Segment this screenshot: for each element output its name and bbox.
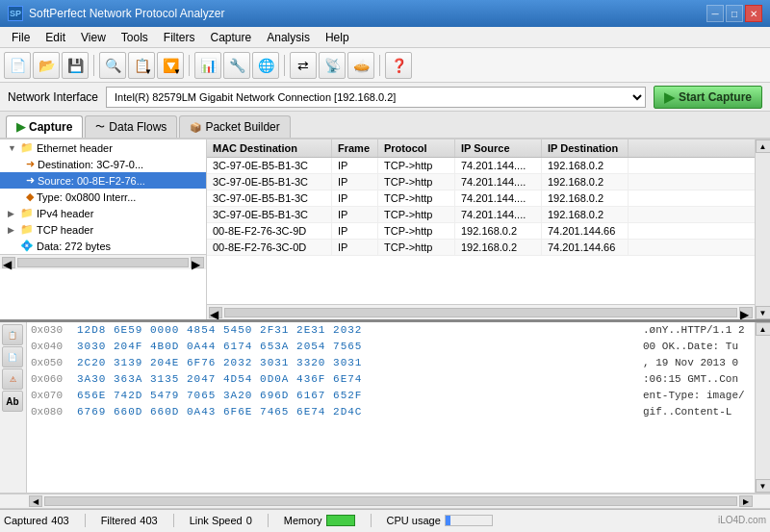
start-capture-button[interactable]: ▶ Start Capture: [654, 86, 762, 109]
search-button[interactable]: 🔍: [99, 52, 126, 79]
cell-mac: 00-8E-F2-76-3C-0D: [207, 240, 332, 255]
tree-source[interactable]: ➜ Source: 00-8E-F2-76...: [0, 172, 206, 189]
hex-ascii: 00 OK..Date: Tu: [635, 341, 751, 352]
capture-tab-icon: ▶: [16, 120, 25, 134]
pie-button[interactable]: 🥧: [347, 52, 374, 79]
col-header-ipsrc: IP Source: [455, 139, 542, 157]
vscroll-track[interactable]: [756, 153, 770, 306]
tree-destination[interactable]: ➜ Destination: 3C-97-0...: [0, 156, 206, 172]
tree-ethernet-header[interactable]: ▼ 📁 Ethernet header: [0, 139, 206, 156]
hex-scroll-left[interactable]: ◀: [29, 495, 42, 507]
hex-row: 0x040 3030 204F 4B0D 0A44 6174 653A 2054…: [31, 341, 751, 357]
tab-dataflows[interactable]: 〜 Data Flows: [85, 115, 177, 138]
hex-btn-1[interactable]: 📋: [2, 324, 23, 345]
tab-packetbuilder[interactable]: 📦 Packet Builder: [179, 115, 290, 138]
minimize-button[interactable]: ─: [706, 5, 724, 22]
help-button[interactable]: ❓: [385, 52, 412, 79]
new-button[interactable]: 📄: [4, 52, 31, 79]
hex-row: 0x050 2C20 3139 204E 6F76 2032 3031 3320…: [31, 357, 751, 373]
properties-button[interactable]: 📋▼: [128, 52, 155, 79]
data-icon: 💠: [20, 240, 34, 252]
status-bar: Captured 403 Filtered 403 Link Speed 0 M…: [0, 509, 770, 530]
hex-hscroll-track[interactable]: [44, 496, 737, 506]
filtered-label: Filtered: [101, 515, 137, 526]
hex-scroll-up[interactable]: ▲: [756, 322, 771, 336]
tree-ipv4-header[interactable]: ▶ 📁 IPv4 header: [0, 205, 206, 221]
menu-bar: File Edit View Tools Filters Capture Ana…: [0, 27, 770, 48]
memory-indicator: [326, 515, 355, 526]
open-button[interactable]: 📂: [33, 52, 60, 79]
cell-protocol: TCP->http: [378, 207, 455, 222]
packet-scroll-track[interactable]: [224, 308, 737, 317]
hex-btn-3[interactable]: ⚠: [2, 368, 23, 390]
decode-button[interactable]: 📊: [194, 52, 221, 79]
scroll-left-btn[interactable]: ◀: [2, 257, 15, 268]
hex-offset: 0x070: [31, 390, 77, 401]
tab-capture[interactable]: ▶ Capture: [6, 115, 83, 138]
packet-scroll-left[interactable]: ◀: [209, 307, 222, 318]
tree-hscroll[interactable]: ◀ ▶: [0, 254, 206, 269]
hex-btn-2[interactable]: 📄: [2, 346, 23, 367]
restore-button[interactable]: □: [726, 5, 743, 22]
status-sep-2: [173, 514, 174, 527]
hex-hscroll[interactable]: ◀ ▶: [0, 494, 770, 509]
transfer-button[interactable]: ⇄: [290, 52, 317, 79]
scroll-right-btn[interactable]: ▶: [191, 257, 204, 268]
hex-scroll-right[interactable]: ▶: [739, 495, 753, 507]
tab-bar: ▶ Capture 〜 Data Flows 📦 Packet Builder: [0, 112, 770, 139]
network-button[interactable]: 🌐: [252, 52, 279, 79]
cell-ipdst: 192.168.0.2: [542, 190, 629, 206]
packet-list-hscroll[interactable]: ◀ ▶: [207, 304, 755, 319]
menu-file[interactable]: File: [4, 28, 38, 47]
tree-data[interactable]: 💠 Data: 272 bytes: [0, 238, 206, 254]
table-row[interactable]: 3C-97-0E-B5-B1-3C IP TCP->http 74.201.14…: [207, 190, 755, 207]
hex-ascii: .ønY..HTTP/1.1 2: [635, 324, 751, 336]
close-button[interactable]: ✕: [745, 5, 762, 22]
capture-button[interactable]: 📡: [319, 52, 346, 79]
menu-capture[interactable]: Capture: [203, 28, 260, 47]
tree-type[interactable]: ◆ Type: 0x0800 Interr...: [0, 189, 206, 205]
table-row[interactable]: 00-8E-F2-76-3C-0D IP TCP->http 192.168.0…: [207, 240, 755, 256]
hex-btn-4[interactable]: Ab: [2, 391, 23, 412]
cell-ipdst: 74.201.144.66: [542, 240, 629, 255]
hex-scroll-down[interactable]: ▼: [756, 479, 771, 493]
cell-ipsrc: 74.201.144....: [455, 158, 542, 173]
menu-view[interactable]: View: [73, 28, 114, 47]
hex-bytes: 2C20 3139 204E 6F76 2032 3031 3320 3031: [77, 357, 635, 368]
cell-frame: IP: [332, 223, 378, 239]
save-button[interactable]: 💾: [62, 52, 89, 79]
col-header-ipdst: IP Destination: [542, 139, 629, 157]
table-row[interactable]: 3C-97-0E-B5-B1-3C IP TCP->http 74.201.14…: [207, 158, 755, 174]
packet-scroll-right[interactable]: ▶: [739, 307, 753, 318]
menu-filters[interactable]: Filters: [156, 28, 203, 47]
status-sep-4: [371, 514, 372, 527]
filtered-status: Filtered 403: [101, 515, 158, 526]
menu-tools[interactable]: Tools: [114, 28, 156, 47]
cell-protocol: TCP->http: [378, 240, 455, 255]
tree-tcp-header[interactable]: ▶ 📁 TCP header: [0, 221, 206, 238]
cell-ipsrc: 192.168.0.2: [455, 240, 542, 255]
vscroll-down[interactable]: ▼: [756, 306, 771, 319]
hex-scroll-track[interactable]: [756, 336, 770, 479]
menu-analysis[interactable]: Analysis: [259, 28, 318, 47]
col-header-mac: MAC Destination: [207, 139, 332, 157]
vscroll-up[interactable]: ▲: [756, 139, 771, 153]
interface-select[interactable]: Intel(R) 82579LM Gigabit Network Connect…: [106, 87, 646, 108]
filter-button[interactable]: 🔽▼: [157, 52, 184, 79]
cell-ipsrc: 74.201.144....: [455, 174, 542, 190]
hex-row: 0x030 12D8 6E59 0000 4854 5450 2F31 2E31…: [31, 324, 751, 341]
menu-help[interactable]: Help: [318, 28, 357, 47]
menu-edit[interactable]: Edit: [38, 28, 73, 47]
scroll-track[interactable]: [17, 258, 189, 267]
packet-rows: 3C-97-0E-B5-B1-3C IP TCP->http 74.201.14…: [207, 158, 755, 304]
toolbar-separator-4: [379, 55, 380, 76]
tools-button[interactable]: 🔧: [223, 52, 250, 79]
table-row[interactable]: 3C-97-0E-B5-B1-3C IP TCP->http 74.201.14…: [207, 207, 755, 223]
cell-mac: 3C-97-0E-B5-B1-3C: [207, 158, 332, 173]
table-row[interactable]: 3C-97-0E-B5-B1-3C IP TCP->http 74.201.14…: [207, 174, 755, 190]
table-row[interactable]: 00-8E-F2-76-3C-9D IP TCP->http 192.168.0…: [207, 223, 755, 240]
cpu-status: CPU usage: [387, 515, 493, 526]
captured-label: Captured: [4, 515, 47, 526]
cpu-bar: [445, 515, 493, 526]
hex-ascii: :06:15 GMT..Con: [635, 373, 751, 385]
